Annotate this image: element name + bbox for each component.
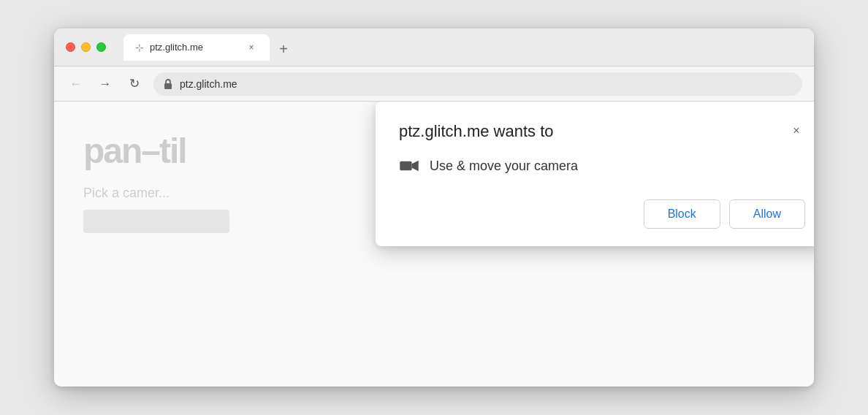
address-bar[interactable]: ptz.glitch.me (153, 72, 802, 96)
drag-icon: ⊹ (135, 42, 144, 53)
allow-button[interactable]: Allow (729, 199, 805, 229)
page-content: pan–til Pick a camer... ptz.glitch.me wa… (54, 102, 814, 387)
minimize-button[interactable] (81, 42, 91, 52)
page-bg-subtitle: Pick a camer... (83, 186, 229, 201)
permission-text: Use & move your camera (430, 159, 578, 174)
dialog-actions: Block Allow (399, 199, 805, 229)
address-text: ptz.glitch.me (180, 78, 237, 90)
permission-dialog: ptz.glitch.me wants to × Use & move your… (376, 102, 814, 246)
dialog-title: ptz.glitch.me wants to (399, 122, 554, 141)
title-bar: ⊹ ptz.glitch.me × + (54, 28, 814, 66)
browser-window: ⊹ ptz.glitch.me × + ← → ↻ ptz.glitch.me … (54, 28, 814, 387)
dialog-permission-row: Use & move your camera (399, 156, 805, 176)
page-bg-title: pan–til (83, 131, 229, 171)
svg-marker-2 (412, 161, 419, 172)
dialog-close-button[interactable]: × (788, 122, 805, 140)
reload-button[interactable]: ↻ (124, 74, 145, 94)
back-button[interactable]: ← (66, 74, 86, 94)
browser-tab[interactable]: ⊹ ptz.glitch.me × (123, 34, 270, 61)
forward-button[interactable]: → (95, 74, 115, 94)
maximize-button[interactable] (96, 42, 106, 52)
svg-rect-0 (164, 83, 172, 89)
tab-bar: ⊹ ptz.glitch.me × + (115, 34, 802, 61)
new-tab-button[interactable]: + (273, 39, 294, 61)
lock-icon (162, 78, 174, 90)
page-bg-input (83, 210, 229, 233)
block-button[interactable]: Block (644, 199, 720, 229)
toolbar: ← → ↻ ptz.glitch.me (54, 66, 814, 102)
traffic-lights (66, 42, 106, 52)
svg-rect-1 (400, 161, 411, 171)
close-button[interactable] (66, 42, 75, 52)
tab-title: ptz.glitch.me (150, 42, 239, 53)
dialog-header: ptz.glitch.me wants to × (399, 122, 805, 141)
tab-close-button[interactable]: × (245, 41, 258, 54)
page-background: pan–til Pick a camer... (83, 131, 229, 233)
camera-icon (399, 156, 419, 176)
